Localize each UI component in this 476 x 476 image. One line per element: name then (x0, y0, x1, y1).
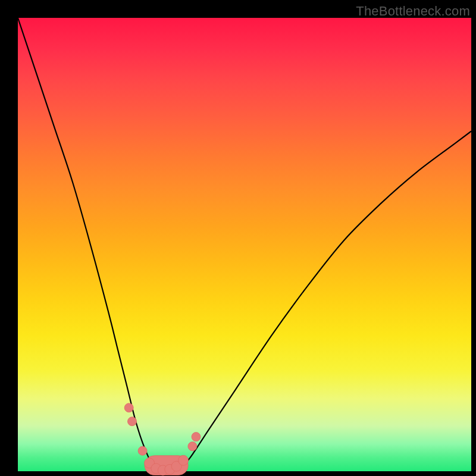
watermark-text: TheBottleneck.com (356, 4, 470, 19)
outer-frame: TheBottleneck.com (0, 0, 476, 476)
background-gradient (18, 18, 471, 471)
plot-area (18, 18, 471, 471)
